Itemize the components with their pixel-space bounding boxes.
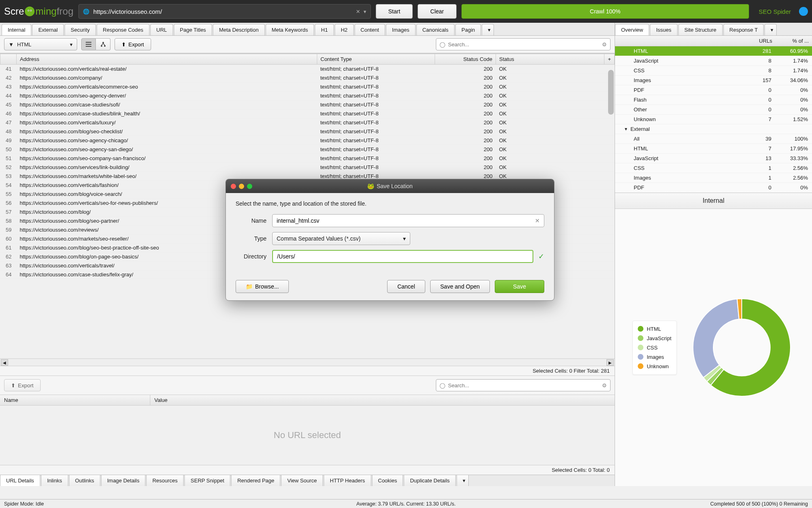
- overview-row-all[interactable]: All39100%: [615, 134, 812, 144]
- overview-row-html[interactable]: HTML717.95%: [615, 144, 812, 154]
- tab-content[interactable]: Content: [355, 24, 385, 35]
- tabs-overflow-button[interactable]: ▾: [482, 24, 494, 35]
- clear-name-icon[interactable]: ✕: [535, 217, 540, 224]
- overview-col-urls[interactable]: URLs: [747, 36, 775, 46]
- save-and-open-button[interactable]: Save and Open: [430, 280, 490, 293]
- bottom-tab-rendered-page[interactable]: Rendered Page: [231, 475, 280, 486]
- save-button[interactable]: Save: [495, 280, 544, 293]
- window-close-icon[interactable]: [231, 184, 236, 189]
- address-cell[interactable]: https://victoriousseo.com/case-studies/b…: [17, 109, 317, 118]
- overview-row-unknown[interactable]: Unknown71.52%: [615, 115, 812, 124]
- browse-button[interactable]: 📁 Browse...: [236, 280, 289, 293]
- status-code-header[interactable]: Status Code: [435, 54, 496, 65]
- tab-images[interactable]: Images: [386, 24, 416, 35]
- clear-button[interactable]: Clear: [418, 4, 456, 19]
- search-box[interactable]: ◯ ⚙: [436, 38, 611, 50]
- lower-export-button[interactable]: ⬆ Export: [4, 379, 41, 391]
- list-view-button[interactable]: [81, 38, 96, 50]
- address-header[interactable]: Address: [17, 54, 317, 65]
- export-button[interactable]: ⬆ Export: [115, 38, 151, 50]
- filetype-select[interactable]: Comma Separated Values (*.csv) ▾: [272, 232, 410, 245]
- scroll-left-button[interactable]: ◀: [1, 359, 8, 366]
- lower-search-box[interactable]: ◯ ⚙: [436, 379, 611, 391]
- overview-row-other[interactable]: Other00%: [615, 105, 812, 115]
- search-input[interactable]: [448, 41, 602, 48]
- tab-response-codes[interactable]: Response Codes: [97, 24, 149, 35]
- address-cell[interactable]: https://victoriousseo.com/seo-agency-chi…: [17, 136, 317, 145]
- tab-canonicals[interactable]: Canonicals: [416, 24, 455, 35]
- address-cell[interactable]: https://victoriousseo.com/services/link-…: [17, 163, 317, 172]
- clear-url-icon[interactable]: ✕: [356, 9, 360, 15]
- tab-h2[interactable]: H2: [335, 24, 354, 35]
- tab-external[interactable]: External: [32, 24, 64, 35]
- bottom-tabs-overflow[interactable]: ▾: [457, 475, 469, 486]
- name-column-header[interactable]: Name: [0, 395, 150, 405]
- bottom-tab-url-details[interactable]: URL Details: [0, 475, 40, 486]
- scroll-right-button[interactable]: ▶: [606, 359, 614, 366]
- dialog-titlebar[interactable]: 🐸Save Location: [226, 179, 554, 193]
- add-column-button[interactable]: +: [604, 54, 615, 65]
- horizontal-scrollbar[interactable]: ◀ ▶: [0, 358, 615, 366]
- tab-pagin[interactable]: Pagin: [455, 24, 481, 35]
- address-cell[interactable]: https://victoriousseo.com/blog/seo-check…: [17, 127, 317, 136]
- bottom-tab-view-source[interactable]: View Source: [281, 475, 323, 486]
- tab-page-titles[interactable]: Page Titles: [174, 24, 212, 35]
- right-tab-site-structure[interactable]: Site Structure: [678, 24, 723, 35]
- tab-url[interactable]: URL: [150, 24, 173, 35]
- bottom-tab-duplicate-details[interactable]: Duplicate Details: [404, 475, 456, 486]
- right-tabs-overflow[interactable]: ▾: [764, 24, 777, 35]
- bottom-tab-outlinks[interactable]: Outlinks: [69, 475, 100, 486]
- right-tab-response-t[interactable]: Response T: [723, 24, 764, 35]
- address-cell[interactable]: https://victoriousseo.com/company/: [17, 74, 317, 82]
- overview-row-html[interactable]: HTML28160.95%: [615, 46, 812, 56]
- table-row[interactable]: 51 https://victoriousseo.com/seo-company…: [0, 154, 615, 163]
- vertical-scrollbar[interactable]: [608, 70, 614, 115]
- address-cell[interactable]: https://victoriousseo.com/case-studies/s…: [17, 100, 317, 109]
- table-row[interactable]: 52 https://victoriousseo.com/services/li…: [0, 163, 615, 172]
- table-row[interactable]: 45 https://victoriousseo.com/case-studie…: [0, 100, 615, 109]
- table-row[interactable]: 50 https://victoriousseo.com/seo-agency-…: [0, 145, 615, 154]
- donut-slice-images[interactable]: [693, 299, 739, 378]
- address-cell[interactable]: https://victoriousseo.com/verticals/real…: [17, 65, 317, 74]
- lower-search-options-icon[interactable]: ⚙: [602, 382, 607, 389]
- content-type-header[interactable]: Content Type: [317, 54, 435, 65]
- lower-search-input[interactable]: [448, 382, 602, 389]
- overview-row-external[interactable]: ▼External: [615, 124, 812, 134]
- table-row[interactable]: 46 https://victoriousseo.com/case-studie…: [0, 109, 615, 118]
- overview-row-css[interactable]: CSS81.74%: [615, 66, 812, 76]
- address-cell[interactable]: https://victoriousseo.com/seo-company-sa…: [17, 154, 317, 163]
- overview-row-pdf[interactable]: PDF00%: [615, 183, 812, 193]
- tab-h1[interactable]: H1: [315, 24, 334, 35]
- overview-row-pdf[interactable]: PDF00%: [615, 85, 812, 95]
- address-cell[interactable]: https://victoriousseo.com/seo-agency-den…: [17, 91, 317, 100]
- bottom-tab-image-details[interactable]: Image Details: [101, 475, 145, 486]
- twitter-icon[interactable]: [799, 7, 808, 16]
- window-zoom-icon[interactable]: [247, 184, 252, 189]
- filter-dropdown[interactable]: ▼ HTML ▾: [4, 38, 77, 50]
- table-row[interactable]: 49 https://victoriousseo.com/seo-agency-…: [0, 136, 615, 145]
- tab-internal[interactable]: Internal: [2, 24, 31, 35]
- table-row[interactable]: 42 https://victoriousseo.com/company/ te…: [0, 74, 615, 82]
- address-cell[interactable]: https://victoriousseo.com/seo-agency-san…: [17, 145, 317, 154]
- directory-input-wrap[interactable]: [272, 250, 533, 263]
- bottom-tab-http-headers[interactable]: HTTP Headers: [324, 475, 371, 486]
- cancel-button[interactable]: Cancel: [387, 280, 425, 293]
- bottom-tab-cookies[interactable]: Cookies: [372, 475, 403, 486]
- value-column-header[interactable]: Value: [150, 395, 171, 405]
- filename-input[interactable]: [277, 217, 535, 224]
- overview-row-css[interactable]: CSS12.56%: [615, 163, 812, 173]
- url-input-box[interactable]: 🌐 ✕ ▾: [78, 4, 371, 19]
- start-button[interactable]: Start: [376, 4, 413, 19]
- right-tab-overview[interactable]: Overview: [615, 24, 649, 35]
- status-header[interactable]: Status: [496, 54, 604, 65]
- bottom-tab-resources[interactable]: Resources: [146, 475, 184, 486]
- bottom-tab-inlinks[interactable]: Inlinks: [41, 475, 68, 486]
- overview-row-images[interactable]: Images12.56%: [615, 173, 812, 183]
- address-cell[interactable]: https://victoriousseo.com/verticals/ecom…: [17, 82, 317, 91]
- overview-row-javascript[interactable]: JavaScript1333.33%: [615, 154, 812, 163]
- table-row[interactable]: 41 https://victoriousseo.com/verticals/r…: [0, 65, 615, 74]
- table-row[interactable]: 43 https://victoriousseo.com/verticals/e…: [0, 82, 615, 91]
- tab-security[interactable]: Security: [65, 24, 96, 35]
- name-input-wrap[interactable]: ✕: [272, 214, 544, 227]
- overview-row-javascript[interactable]: JavaScript81.74%: [615, 56, 812, 66]
